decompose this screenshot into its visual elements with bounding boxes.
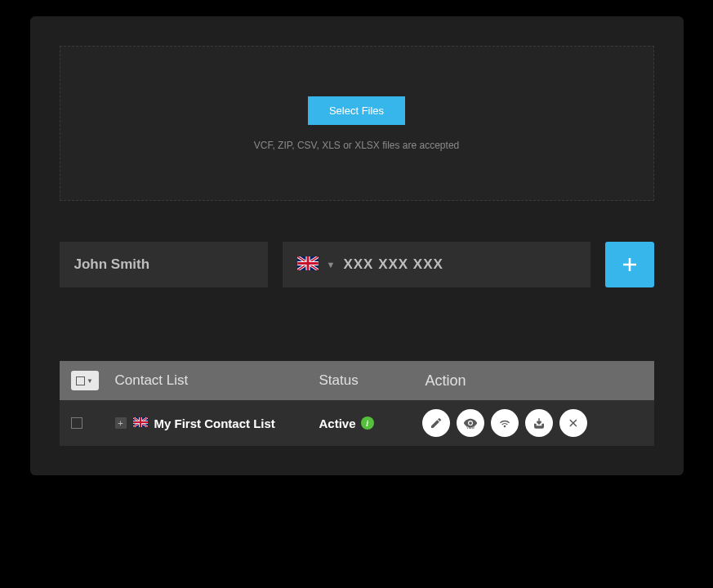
- edit-button[interactable]: [422, 409, 450, 437]
- add-contact-button[interactable]: [605, 242, 654, 287]
- row-status-cell: Active i: [319, 416, 417, 430]
- chevron-down-icon[interactable]: ▼: [327, 260, 336, 270]
- column-header-status: Status: [319, 372, 417, 389]
- uk-flag-icon: [133, 416, 148, 430]
- contact-list-table: ▼ Contact List Status Action +: [60, 361, 654, 446]
- row-checkbox[interactable]: [71, 417, 82, 429]
- expand-row-button[interactable]: +: [115, 417, 127, 429]
- chevron-down-icon: ▼: [87, 377, 93, 385]
- eye-icon: VIEW: [463, 416, 478, 430]
- row-name-cell: + My First Contact List: [115, 416, 319, 430]
- wifi-icon: [498, 416, 511, 430]
- phone-input[interactable]: ▼ XXX XXX XXX: [283, 242, 590, 287]
- column-header-list: Contact List: [115, 372, 319, 389]
- pencil-icon: [430, 416, 443, 430]
- download-icon: [533, 416, 546, 430]
- download-button[interactable]: [525, 409, 553, 437]
- phone-placeholder-text: XXX XXX XXX: [343, 256, 443, 273]
- table-header: ▼ Contact List Status Action: [60, 361, 654, 400]
- select-files-button[interactable]: Select Files: [308, 96, 405, 125]
- table-row: + My First Contact List Active i: [60, 400, 654, 446]
- delete-button[interactable]: [559, 409, 587, 437]
- checkbox-icon: [76, 376, 85, 385]
- broadcast-button[interactable]: [491, 409, 519, 437]
- contact-list-name[interactable]: My First Contact List: [154, 416, 275, 430]
- column-header-action: Action: [417, 372, 643, 390]
- uk-flag-icon: [297, 256, 319, 274]
- view-button[interactable]: VIEW: [457, 409, 484, 437]
- upload-hint-text: VCF, ZIP, CSV, XLS or XLSX files are acc…: [254, 140, 459, 151]
- main-panel: Select Files VCF, ZIP, CSV, XLS or XLSX …: [30, 16, 684, 475]
- select-all-dropdown[interactable]: ▼: [71, 371, 99, 390]
- status-text: Active: [319, 416, 356, 430]
- contact-input-row: ▼ XXX XXX XXX: [60, 242, 654, 287]
- file-upload-dropzone[interactable]: Select Files VCF, ZIP, CSV, XLS or XLSX …: [60, 46, 654, 201]
- name-input[interactable]: [60, 242, 268, 287]
- status-info-icon[interactable]: i: [361, 416, 374, 430]
- close-icon: [568, 417, 579, 429]
- plus-icon: [620, 255, 639, 274]
- svg-text:VIEW: VIEW: [466, 426, 475, 430]
- row-actions: VIEW: [417, 409, 643, 437]
